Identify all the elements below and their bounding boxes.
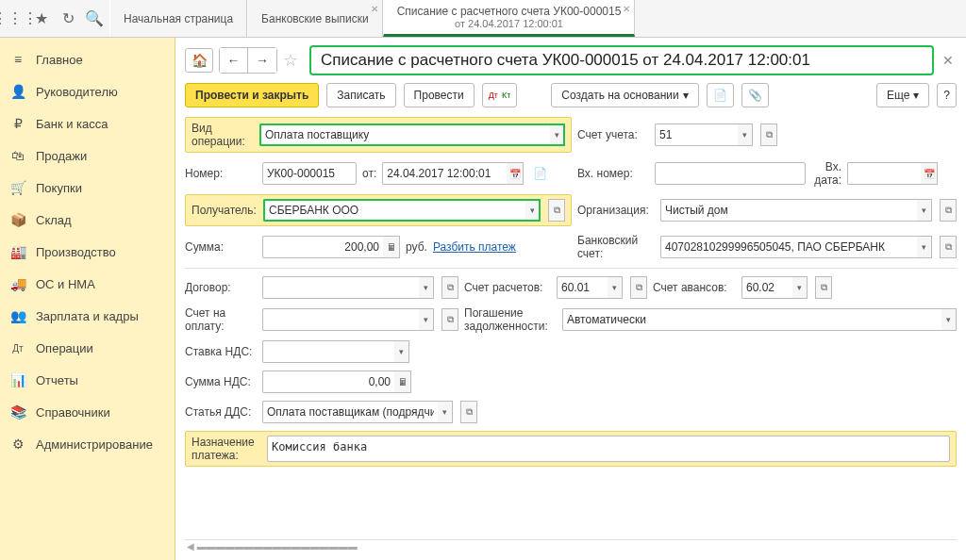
tab-payment-document[interactable]: Списание с расчетного счета УК00-000015 …: [383, 0, 636, 37]
sidebar-item-label: Операции: [36, 341, 93, 355]
attach-button[interactable]: 📎: [741, 83, 769, 107]
write-button[interactable]: Записать: [326, 83, 395, 107]
sidebar-item-reports[interactable]: 📊Отчеты: [0, 364, 175, 396]
tab-sublabel: от 24.04.2017 12:00:01: [455, 18, 563, 29]
inc-number-input[interactable]: [655, 162, 806, 185]
search-icon[interactable]: 🔍: [85, 9, 104, 28]
sidebar-item-manager[interactable]: 👤Руководителю: [0, 75, 175, 107]
inc-date-label: Вх. дата:: [811, 160, 841, 187]
inc-date-input[interactable]: [847, 162, 921, 185]
box-icon: 📦: [9, 211, 26, 228]
chevron-down-icon[interactable]: ▾: [941, 308, 957, 331]
calculator-icon[interactable]: 🖩: [383, 236, 400, 258]
close-button[interactable]: ✕: [940, 53, 957, 68]
sidebar-item-label: Справочники: [36, 405, 110, 420]
cart-icon: 🛒: [9, 179, 26, 196]
sidebar-item-label: Покупки: [36, 181, 82, 195]
forward-button[interactable]: →: [248, 48, 276, 73]
chevron-down-icon[interactable]: ▾: [917, 236, 932, 258]
sidebar-item-purchases[interactable]: 🛒Покупки: [0, 172, 175, 204]
chevron-down-icon[interactable]: ▾: [917, 199, 932, 222]
help-button[interactable]: ?: [937, 83, 957, 107]
sidebar-item-sales[interactable]: 🛍Продажи: [0, 140, 175, 172]
sidebar-item-assets[interactable]: 🚚ОС и НМА: [0, 268, 175, 300]
gear-icon: ⚙: [9, 436, 26, 453]
chevron-down-icon[interactable]: ▾: [550, 124, 565, 146]
org-label: Организация:: [577, 204, 655, 217]
tab-start-page[interactable]: Начальная страница: [109, 0, 247, 37]
create-on-base-button[interactable]: Создать на основании ▾: [551, 83, 699, 107]
sidebar-item-admin[interactable]: ⚙Администрирование: [0, 428, 175, 460]
account-input[interactable]: [655, 124, 738, 146]
post-button[interactable]: Провести: [404, 83, 475, 107]
recipient-input[interactable]: [263, 199, 525, 222]
calendar-icon[interactable]: 📅: [507, 162, 524, 185]
horizontal-scrollbar[interactable]: ◀ ▬▬▬▬▬▬▬▬▬▬▬▬▬▬▬▬▬: [185, 539, 957, 552]
sidebar-item-main[interactable]: ≡Главное: [0, 43, 175, 75]
page-title: Списание с расчетного счета УК00-000015 …: [309, 45, 934, 75]
open-ref-button[interactable]: ⧉: [441, 276, 458, 299]
chevron-down-icon[interactable]: ▾: [394, 340, 409, 363]
chevron-down-icon[interactable]: ▾: [738, 124, 753, 146]
vat-rate-input[interactable]: [262, 340, 394, 363]
sidebar-item-references[interactable]: 📚Справочники: [0, 396, 175, 428]
chevron-down-icon[interactable]: ▾: [419, 276, 434, 299]
currency-label: руб.: [406, 240, 427, 254]
sidebar-item-production[interactable]: 🏭Производство: [0, 236, 175, 268]
org-input[interactable]: [660, 199, 917, 222]
inc-number-label: Вх. номер:: [577, 167, 649, 180]
number-input[interactable]: [262, 162, 357, 185]
date-input[interactable]: [382, 162, 507, 185]
debt-select[interactable]: [562, 308, 941, 331]
close-icon[interactable]: ✕: [371, 4, 378, 14]
purpose-textarea[interactable]: [267, 436, 950, 462]
open-ref-button[interactable]: ⧉: [441, 308, 458, 331]
favorite-star-icon[interactable]: ☆: [283, 50, 304, 71]
sidebar-item-label: Склад: [36, 213, 72, 227]
close-icon[interactable]: ✕: [623, 4, 630, 14]
sum-input[interactable]: [262, 236, 383, 258]
vat-sum-input[interactable]: [262, 371, 394, 393]
calculator-icon[interactable]: 🖩: [394, 371, 411, 393]
tab-bar: Начальная страница Банковские выписки ✕ …: [109, 0, 966, 37]
home-button[interactable]: 🏠: [185, 48, 213, 73]
chevron-down-icon[interactable]: ▾: [525, 199, 541, 222]
history-icon[interactable]: ↻: [58, 9, 77, 28]
back-button[interactable]: ←: [220, 48, 248, 73]
dds-input[interactable]: [262, 401, 438, 423]
print-button[interactable]: 📄: [707, 83, 734, 107]
invoice-input[interactable]: [262, 308, 419, 331]
open-ref-button[interactable]: ⧉: [815, 276, 832, 299]
calendar-icon[interactable]: 📅: [921, 162, 938, 185]
open-ref-button[interactable]: ⧉: [460, 401, 477, 423]
bank-acc-label: Банковский счет:: [577, 234, 655, 260]
open-ref-button[interactable]: ⧉: [630, 276, 647, 299]
op-type-select[interactable]: [259, 124, 550, 146]
chevron-down-icon[interactable]: ▾: [792, 276, 808, 299]
more-button[interactable]: Еще ▾: [876, 83, 929, 107]
chevron-down-icon[interactable]: ▾: [438, 401, 453, 423]
open-ref-button[interactable]: ⧉: [548, 199, 565, 222]
dtkt-button[interactable]: ДтКт: [482, 83, 518, 107]
sidebar-item-bank[interactable]: ₽Банк и касса: [0, 107, 175, 140]
settle-acc-input[interactable]: [557, 276, 608, 299]
chevron-down-icon[interactable]: ▾: [608, 276, 623, 299]
apps-icon[interactable]: ⋮⋮⋮: [6, 9, 25, 28]
open-ref-button[interactable]: ⧉: [940, 236, 957, 258]
sidebar-item-warehouse[interactable]: 📦Склад: [0, 204, 175, 236]
open-ref-button[interactable]: ⧉: [760, 124, 777, 146]
post-and-close-button[interactable]: Провести и закрыть: [185, 83, 319, 107]
advance-acc-input[interactable]: [741, 276, 792, 299]
contract-input[interactable]: [262, 276, 419, 299]
chevron-down-icon[interactable]: ▾: [419, 308, 434, 331]
star-icon[interactable]: ★: [32, 9, 51, 28]
sidebar-item-salary[interactable]: 👥Зарплата и кадры: [0, 300, 175, 332]
bank-acc-input[interactable]: [660, 236, 917, 258]
factory-icon: 🏭: [9, 243, 26, 260]
vat-sum-label: Сумма НДС:: [185, 375, 257, 388]
sidebar-item-operations[interactable]: ДтОперации: [0, 332, 175, 364]
split-payment-link[interactable]: Разбить платеж: [433, 240, 516, 254]
open-ref-button[interactable]: ⧉: [940, 199, 957, 222]
number-label: Номер:: [185, 167, 257, 180]
tab-bank-statements[interactable]: Банковские выписки ✕: [247, 0, 383, 37]
